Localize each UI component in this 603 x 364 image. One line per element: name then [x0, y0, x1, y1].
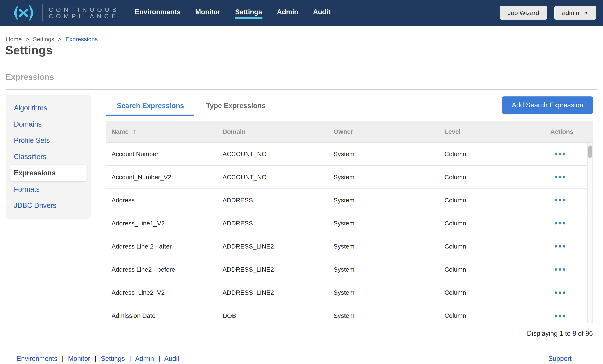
nav-item-monitor[interactable]: Monitor — [195, 8, 220, 16]
cell-domain: ACCOUNT_NO — [217, 174, 328, 181]
cell-level: Column — [439, 266, 550, 273]
footer-separator: | — [95, 355, 96, 362]
table-scrollbar-track[interactable] — [587, 143, 593, 323]
cell-level: Column — [439, 150, 550, 158]
delphix-logo-icon — [10, 4, 37, 22]
breadcrumb-home[interactable]: Home — [6, 36, 22, 43]
footer-link-audit[interactable]: Audit — [164, 355, 179, 362]
footer-link-settings[interactable]: Settings — [101, 355, 125, 362]
cell-name: Account Number — [106, 150, 217, 158]
expressions-table: Name ↑ Domain Owner Level Actions Accoun… — [106, 121, 593, 322]
breadcrumb-settings[interactable]: Settings — [33, 36, 54, 43]
breadcrumb-separator: > — [25, 36, 29, 43]
row-actions-menu-button[interactable] — [555, 289, 566, 296]
cell-domain: ADDRESS_LINE2 — [217, 266, 328, 273]
cell-name: Address_Line2_V2 — [106, 289, 217, 296]
tab-search-expressions[interactable]: Search Expressions — [106, 102, 194, 110]
row-actions-menu-button[interactable] — [555, 220, 566, 226]
table-row: Account_Number_V2 ACCOUNT_NO System Colu… — [106, 166, 593, 189]
nav-item-audit[interactable]: Audit — [313, 8, 331, 16]
settings-sidebar: Algorithms Domains Profile Sets Classifi… — [6, 95, 91, 219]
column-header-actions: Actions — [550, 128, 593, 135]
brand-line-2: COMPLIANCE — [49, 13, 119, 19]
job-wizard-button[interactable]: Job Wizard — [500, 6, 547, 20]
tabs-row: Search Expressions Type Expressions Add … — [106, 95, 593, 121]
cell-name: Address Line2 - before — [106, 266, 217, 273]
pagination-status: Displaying 1 to 8 of 96 — [527, 330, 593, 337]
table-scrollbar-thumb[interactable] — [588, 145, 592, 158]
footer-link-monitor[interactable]: Monitor — [68, 355, 90, 362]
table-row: Address Line 2 - after ADDRESS_LINE2 Sys… — [106, 235, 593, 258]
active-tab-indicator — [106, 115, 194, 116]
brand-name: CONTINUOUS COMPLIANCE — [49, 6, 119, 19]
row-actions-menu-button[interactable] — [555, 243, 566, 249]
cell-level: Column — [439, 174, 550, 181]
table-row: Address Line2 - before ADDRESS_LINE2 Sys… — [106, 258, 593, 281]
cell-owner: System — [328, 197, 439, 204]
cell-owner: System — [328, 174, 439, 181]
table-body: Account Number ACCOUNT_NO System Column … — [106, 143, 593, 322]
cell-name: Address — [106, 197, 217, 204]
cell-level: Column — [439, 289, 550, 296]
cell-name: Admission Date — [106, 312, 217, 319]
footer-link-admin[interactable]: Admin — [135, 355, 154, 362]
row-actions-menu-button[interactable] — [555, 197, 566, 203]
row-actions-menu-button[interactable] — [555, 151, 566, 157]
nav-item-environments[interactable]: Environments — [135, 8, 181, 16]
cell-domain: ACCOUNT_NO — [217, 150, 328, 158]
cell-level: Column — [439, 312, 550, 319]
cell-domain: DOB — [217, 312, 328, 319]
tab-type-expressions[interactable]: Type Expressions — [205, 102, 266, 110]
cell-name: Address Line 2 - after — [106, 243, 217, 250]
app-logo[interactable] — [10, 4, 37, 22]
table-row: Address ADDRESS System Column — [106, 189, 593, 212]
add-search-expression-button[interactable]: Add Search Expression — [502, 97, 593, 114]
sidebar-item-jdbc-drivers[interactable]: JDBC Drivers — [10, 197, 87, 214]
table-row: Account Number ACCOUNT_NO System Column — [106, 143, 593, 166]
nav-item-admin[interactable]: Admin — [277, 8, 298, 16]
active-nav-indicator — [235, 17, 263, 19]
row-actions-menu-button[interactable] — [555, 313, 566, 319]
sidebar-item-classifiers[interactable]: Classifiers — [10, 149, 87, 165]
column-header-owner[interactable]: Owner — [328, 128, 439, 135]
cell-name: Account_Number_V2 — [106, 174, 217, 181]
chevron-down-icon: ▼ — [584, 11, 588, 15]
column-header-level[interactable]: Level — [439, 128, 550, 135]
sidebar-item-profile-sets[interactable]: Profile Sets — [10, 132, 87, 149]
row-actions-menu-button[interactable] — [555, 174, 566, 180]
footer-link-environments[interactable]: Environments — [17, 355, 57, 362]
navbar-divider — [42, 4, 43, 22]
navbar-actions: Job Wizard admin ▼ — [500, 6, 596, 20]
cell-domain: ADDRESS — [217, 220, 328, 227]
cell-owner: System — [328, 266, 439, 273]
footer-separator: | — [158, 355, 160, 362]
nav-item-settings[interactable]: Settings — [235, 8, 262, 16]
cell-name: Address_Line1_V2 — [106, 220, 217, 227]
table-row: Admission Date DOB System Column — [106, 304, 593, 322]
column-header-name[interactable]: Name ↑ — [106, 128, 217, 135]
page-title: Settings — [5, 43, 53, 57]
column-header-domain[interactable]: Domain — [217, 128, 328, 135]
user-menu-button[interactable]: admin ▼ — [554, 6, 596, 20]
breadcrumb-separator: > — [58, 36, 62, 43]
cell-domain: ADDRESS — [217, 197, 328, 204]
footer-separator: | — [129, 355, 131, 362]
cell-level: Column — [439, 220, 550, 227]
sidebar-item-expressions[interactable]: Expressions — [10, 165, 87, 181]
cell-level: Column — [439, 243, 550, 250]
sidebar-item-algorithms[interactable]: Algorithms — [10, 100, 87, 116]
cell-owner: System — [328, 243, 439, 250]
row-actions-menu-button[interactable] — [555, 266, 566, 273]
breadcrumb-expressions[interactable]: Expressions — [66, 36, 98, 43]
section-divider — [6, 89, 597, 90]
expressions-panel: Search Expressions Type Expressions Add … — [106, 95, 593, 322]
footer-link-support[interactable]: Support — [548, 355, 572, 363]
sidebar-item-domains[interactable]: Domains — [10, 116, 87, 132]
cell-domain: ADDRESS_LINE2 — [217, 289, 328, 296]
breadcrumb: Home > Settings > Expressions — [6, 35, 98, 43]
cell-domain: ADDRESS_LINE2 — [217, 243, 328, 250]
sort-ascending-icon: ↑ — [133, 128, 136, 135]
brand-line-1: CONTINUOUS — [49, 6, 119, 13]
sidebar-item-formats[interactable]: Formats — [10, 181, 87, 197]
top-navbar: CONTINUOUS COMPLIANCE Environments Monit… — [0, 0, 603, 26]
